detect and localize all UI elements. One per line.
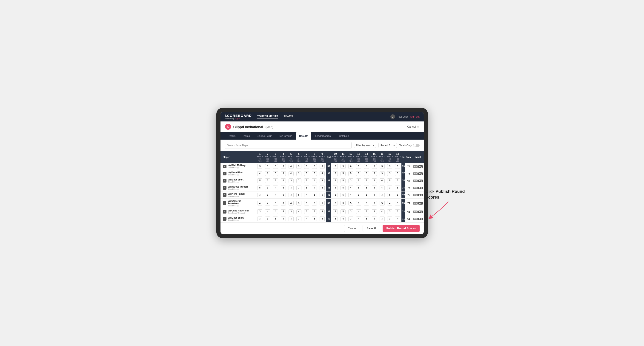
dq-badge[interactable]: DQ (418, 187, 423, 189)
score-input[interactable] (333, 193, 338, 197)
hole-3-score[interactable] (272, 184, 279, 191)
score-input[interactable] (312, 216, 317, 221)
score-input[interactable] (265, 171, 270, 176)
score-input[interactable] (312, 209, 317, 214)
score-input[interactable] (364, 216, 369, 221)
hole-12-score[interactable] (347, 215, 355, 222)
score-input[interactable] (380, 185, 385, 190)
score-input[interactable] (288, 164, 294, 169)
hole-2-score[interactable] (264, 184, 272, 191)
score-input[interactable] (348, 193, 354, 197)
hole-15-score[interactable] (370, 198, 378, 208)
tab-results[interactable]: Results (296, 132, 312, 140)
hole-4-score[interactable] (279, 184, 287, 191)
hole-8-score[interactable] (310, 177, 318, 184)
score-input[interactable] (340, 178, 346, 183)
wd-badge[interactable]: WD (413, 165, 418, 168)
hole-13-score[interactable] (355, 170, 362, 177)
score-input[interactable] (387, 209, 392, 214)
score-input[interactable] (320, 201, 325, 205)
score-input[interactable] (320, 216, 325, 221)
hole-6-score[interactable] (295, 198, 303, 208)
hole-10-score[interactable] (331, 170, 339, 177)
hole-1-score[interactable] (256, 191, 264, 198)
score-input[interactable] (395, 209, 400, 214)
hole-10-score[interactable] (331, 198, 339, 208)
hole-11-score[interactable] (339, 184, 347, 191)
hole-4-score[interactable] (279, 177, 287, 184)
dq-badge[interactable]: DQ (418, 179, 423, 182)
wd-badge[interactable]: WD (413, 173, 418, 175)
hole-14-score[interactable] (362, 184, 370, 191)
wd-badge[interactable]: WD (413, 202, 418, 204)
hole-8-score[interactable] (310, 191, 318, 198)
score-input[interactable] (312, 178, 317, 183)
hole-16-score[interactable] (378, 184, 386, 191)
tab-tee-groups[interactable]: Tee Groups (276, 132, 296, 140)
score-input[interactable] (281, 171, 286, 176)
hole-3-score[interactable] (272, 170, 279, 177)
hole-3-score[interactable] (272, 208, 279, 215)
dq-badge[interactable]: DQ (418, 173, 423, 175)
score-input[interactable] (296, 209, 302, 214)
wd-badge[interactable]: WD (413, 187, 418, 189)
hole-18-score[interactable] (394, 208, 402, 215)
hole-15-score[interactable] (370, 177, 378, 184)
hole-18-score[interactable] (394, 184, 402, 191)
score-input[interactable] (304, 201, 309, 205)
score-input[interactable] (356, 164, 361, 169)
hole-4-score[interactable] (279, 170, 287, 177)
score-input[interactable] (288, 216, 294, 221)
hole-17-score[interactable] (386, 170, 394, 177)
score-input[interactable] (348, 216, 354, 221)
score-input[interactable] (364, 171, 369, 176)
score-input[interactable] (340, 164, 346, 169)
hole-7-score[interactable] (303, 208, 310, 215)
score-input[interactable] (304, 178, 309, 183)
score-input[interactable] (281, 216, 286, 221)
hole-6-score[interactable] (295, 191, 303, 198)
hole-16-score[interactable] (378, 215, 386, 222)
score-input[interactable] (273, 193, 278, 197)
score-input[interactable] (356, 193, 361, 197)
score-input[interactable] (288, 171, 294, 176)
score-input[interactable] (312, 201, 317, 205)
hole-6-score[interactable] (295, 177, 303, 184)
hole-12-score[interactable] (347, 184, 355, 191)
score-input[interactable] (380, 201, 385, 205)
hole-10-score[interactable] (331, 163, 339, 170)
filter-team-select[interactable]: Filter by team (354, 143, 376, 148)
hole-5-score[interactable] (287, 170, 295, 177)
score-input[interactable] (320, 178, 325, 183)
score-input[interactable] (380, 178, 385, 183)
score-input[interactable] (312, 185, 317, 190)
hole-10-score[interactable] (331, 177, 339, 184)
score-input[interactable] (395, 185, 400, 190)
hole-17-score[interactable] (386, 198, 394, 208)
hole-17-score[interactable] (386, 191, 394, 198)
hole-9-score[interactable] (318, 163, 326, 170)
score-input[interactable] (356, 178, 361, 183)
hole-16-score[interactable] (378, 198, 386, 208)
hole-10-score[interactable] (331, 215, 339, 222)
score-input[interactable] (304, 164, 309, 169)
hole-13-score[interactable] (355, 208, 362, 215)
hole-11-score[interactable] (339, 208, 347, 215)
hole-4-score[interactable] (279, 215, 287, 222)
score-input[interactable] (348, 171, 354, 176)
score-input[interactable] (281, 178, 286, 183)
score-input[interactable] (387, 193, 392, 197)
hole-14-score[interactable] (362, 191, 370, 198)
wd-badge[interactable]: WD (413, 194, 418, 196)
hole-9-score[interactable] (318, 177, 326, 184)
score-input[interactable] (364, 209, 369, 214)
score-input[interactable] (372, 185, 377, 190)
score-input[interactable] (333, 164, 338, 169)
hole-6-score[interactable] (295, 184, 303, 191)
hole-5-score[interactable] (287, 163, 295, 170)
hole-2-score[interactable] (264, 198, 272, 208)
score-input[interactable] (340, 171, 346, 176)
hole-14-score[interactable] (362, 215, 370, 222)
score-input[interactable] (288, 178, 294, 183)
score-input[interactable] (257, 171, 262, 176)
